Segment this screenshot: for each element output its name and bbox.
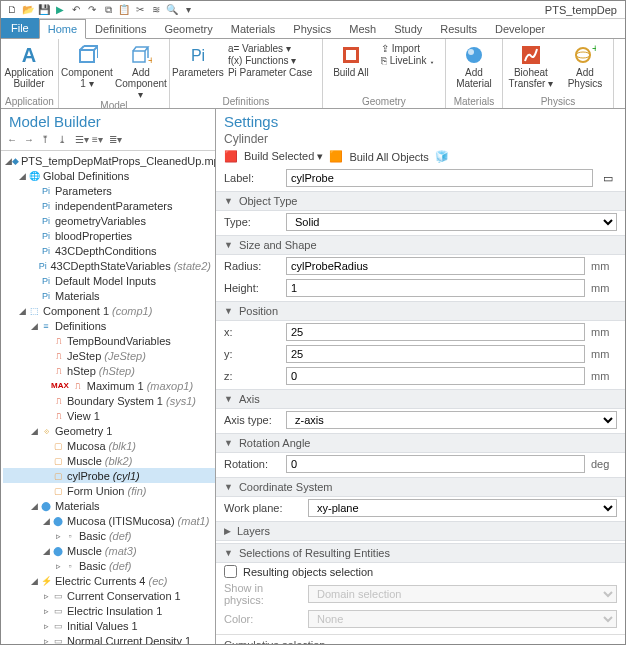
tree-twisty-icon[interactable]: ◢	[29, 321, 39, 331]
tree-twisty-icon[interactable]: ▹	[41, 621, 51, 631]
tab-geometry[interactable]: Geometry	[155, 18, 221, 38]
tree-twisty-icon[interactable]: ◢	[5, 156, 12, 166]
bioheat-button[interactable]: Bioheat Transfer ▾	[507, 41, 555, 96]
nav-fwd-icon[interactable]: →	[24, 134, 38, 148]
tree-item[interactable]: ▢cylProbe(cyl1)	[3, 468, 215, 483]
tree-item[interactable]: ⎍JeStep(JeStep)	[3, 348, 215, 363]
x-input[interactable]	[286, 323, 585, 341]
tree-item[interactable]: PiMaterials	[3, 288, 215, 303]
tree-item[interactable]: ⎍View 1	[3, 408, 215, 423]
tree-item[interactable]: ◢⬤Materials	[3, 498, 215, 513]
label-input[interactable]	[286, 169, 593, 187]
label-tag-icon[interactable]: ▭	[599, 172, 617, 185]
tab-study[interactable]: Study	[385, 18, 431, 38]
nav-back-icon[interactable]: ←	[7, 134, 21, 148]
tree-twisty-icon[interactable]: ◢	[29, 501, 39, 511]
type-select[interactable]: Solid	[286, 213, 617, 231]
section-selections[interactable]: ▼Selections of Resulting Entities	[216, 543, 625, 563]
tree-item[interactable]: ▹▫Basic(def)	[3, 558, 215, 573]
section-coord[interactable]: ▼Coordinate System	[216, 477, 625, 497]
nav-up-icon[interactable]: ⤒	[41, 134, 55, 148]
workplane-select[interactable]: xy-plane	[308, 499, 617, 517]
add-physics-button[interactable]: + Add Physics	[561, 41, 609, 96]
tree-item[interactable]: ▹▭Normal Current Density 1	[3, 633, 215, 644]
build-mesh-button[interactable]: Build Mesh	[618, 41, 625, 96]
tree-item[interactable]: ▢Muscle(blk2)	[3, 453, 215, 468]
nav-down-icon[interactable]: ⤓	[58, 134, 72, 148]
tree-item[interactable]: MAX⎍Maximum 1(maxop1)	[3, 378, 215, 393]
qat-open-icon[interactable]: 📂	[21, 3, 35, 17]
tree-twisty-icon[interactable]: ◢	[29, 426, 39, 436]
section-size-shape[interactable]: ▼Size and Shape	[216, 235, 625, 255]
tree-twisty-icon[interactable]: ▹	[53, 531, 63, 541]
tree-opts-icon[interactable]: ≡▾	[92, 134, 106, 148]
tree-item[interactable]: PiindependentParameters	[3, 198, 215, 213]
param-case-button[interactable]: Pi Parameter Case	[228, 67, 318, 78]
tab-file[interactable]: File	[1, 18, 39, 38]
qat-run-icon[interactable]: ▶	[53, 3, 67, 17]
tree-twisty-icon[interactable]: ▹	[53, 561, 63, 571]
tree-item[interactable]: Pi43CDepthStateVariables(state2)	[3, 258, 215, 273]
tree-twisty-icon[interactable]: ▹	[41, 591, 51, 601]
tree-item[interactable]: ◢≡Definitions	[3, 318, 215, 333]
livelink-button[interactable]: ⎘ LiveLink ▾	[381, 55, 441, 66]
rotation-input[interactable]	[286, 455, 585, 473]
tree-twisty-icon[interactable]: ◢	[17, 306, 27, 316]
parameters-button[interactable]: Pi Parameters	[174, 41, 222, 96]
tree-twisty-icon[interactable]: ▹	[41, 606, 51, 616]
tree-item[interactable]: ◢⬤Mucosa (ITISMucosa)(mat1)	[3, 513, 215, 528]
component-button[interactable]: Component 1 ▾	[63, 41, 111, 100]
qat-zoom-icon[interactable]: 🔍	[165, 3, 179, 17]
tab-definitions[interactable]: Definitions	[86, 18, 155, 38]
tree-item[interactable]: PiDefault Model Inputs	[3, 273, 215, 288]
section-object-type[interactable]: ▼Object Type	[216, 191, 625, 211]
qat-redo-icon[interactable]: ↷	[85, 3, 99, 17]
build-selected-button[interactable]: Build Selected ▾	[244, 150, 323, 163]
tree-twisty-icon[interactable]: ◢	[17, 171, 27, 181]
tree-twisty-icon[interactable]: ◢	[41, 546, 51, 556]
qat-dropdown-icon[interactable]: ▾	[181, 3, 195, 17]
height-input[interactable]	[286, 279, 585, 297]
tree-item[interactable]: ◢⚡Electric Currents 4(ec)	[3, 573, 215, 588]
collapse-icon[interactable]: ☰▾	[75, 134, 89, 148]
tree-item[interactable]: ◢⬤Muscle(mat3)	[3, 543, 215, 558]
app-builder-button[interactable]: A Application Builder	[5, 41, 53, 96]
functions-button[interactable]: f(x) Functions ▾	[228, 55, 318, 66]
tree-item[interactable]: ▹▭Initial Values 1	[3, 618, 215, 633]
tab-results[interactable]: Results	[431, 18, 486, 38]
qat-copy-icon[interactable]: ⧉	[101, 3, 115, 17]
tree-item[interactable]: ⎍Boundary System 1(sys1)	[3, 393, 215, 408]
tab-materials[interactable]: Materials	[222, 18, 285, 38]
tree-item[interactable]: PigeometryVariables	[3, 213, 215, 228]
tree-item[interactable]: ◢⟐Geometry 1	[3, 423, 215, 438]
tree-item[interactable]: ▢Mucosa(blk1)	[3, 438, 215, 453]
tree-item[interactable]: ▹▭Current Conservation 1	[3, 588, 215, 603]
qat-cut-icon[interactable]: ✂	[133, 3, 147, 17]
qat-undo-icon[interactable]: ↶	[69, 3, 83, 17]
qat-paste-icon[interactable]: 📋	[117, 3, 131, 17]
tab-mesh[interactable]: Mesh	[340, 18, 385, 38]
tree-item[interactable]: PibloodProperties	[3, 228, 215, 243]
tree-item[interactable]: ◢⬚Component 1(comp1)	[3, 303, 215, 318]
tree-item[interactable]: ◢◆PTS_tempDepMatProps_CleanedUp.mph(root…	[3, 153, 215, 168]
tree-twisty-icon[interactable]: ▹	[41, 636, 51, 645]
tree-item[interactable]: ⎍hStep(hStep)	[3, 363, 215, 378]
model-tree[interactable]: ◢◆PTS_tempDepMatProps_CleanedUp.mph(root…	[1, 151, 215, 644]
add-component-button[interactable]: + Add Component ▾	[117, 41, 165, 100]
import-button[interactable]: ⇪ Import	[381, 43, 441, 54]
tree-item[interactable]: PiParameters	[3, 183, 215, 198]
radius-input[interactable]	[286, 257, 585, 275]
add-material-button[interactable]: Add Material	[450, 41, 498, 96]
tree-item[interactable]: Pi43CDepthConditions	[3, 243, 215, 258]
tree-twisty-icon[interactable]: ◢	[29, 576, 39, 586]
section-position[interactable]: ▼Position	[216, 301, 625, 321]
tree-twisty-icon[interactable]: ◢	[41, 516, 51, 526]
tree-item[interactable]: ◢🌐Global Definitions	[3, 168, 215, 183]
variables-button[interactable]: a= Variables ▾	[228, 43, 318, 54]
tree-item[interactable]: ▹▭Electric Insulation 1	[3, 603, 215, 618]
resulting-checkbox[interactable]	[224, 565, 237, 578]
tree-item[interactable]: ▹▫Basic(def)	[3, 528, 215, 543]
qat-new-icon[interactable]: 🗋	[5, 3, 19, 17]
tab-developer[interactable]: Developer	[486, 18, 554, 38]
section-layers[interactable]: ▶Layers	[216, 521, 625, 541]
